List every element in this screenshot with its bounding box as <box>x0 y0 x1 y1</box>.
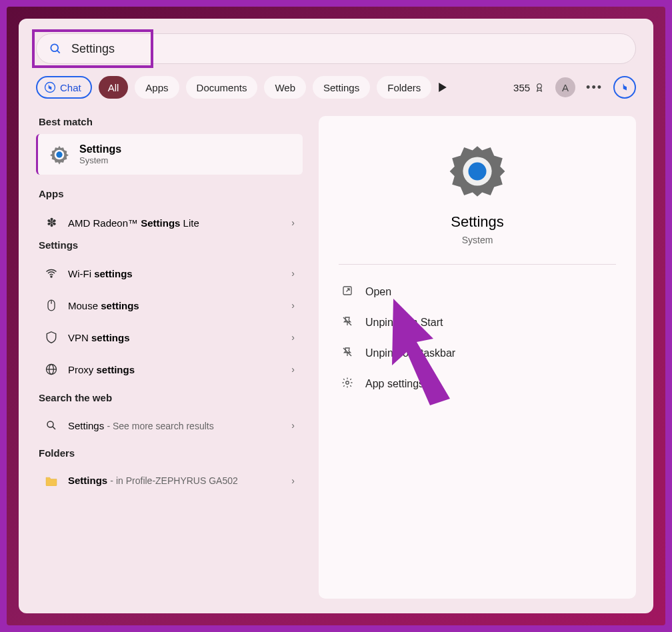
mouse-icon <box>44 299 59 312</box>
svg-point-13 <box>47 421 53 427</box>
bing-icon <box>44 81 56 93</box>
open-icon <box>341 285 355 299</box>
filter-documents[interactable]: Documents <box>186 76 258 99</box>
play-icon[interactable] <box>438 81 450 93</box>
filter-chat[interactable]: Chat <box>36 76 92 99</box>
section-apps: Apps <box>39 188 303 199</box>
svg-point-6 <box>56 151 62 157</box>
shield-icon <box>44 331 59 344</box>
more-button[interactable]: ••• <box>586 81 603 95</box>
section-best-match: Best match <box>39 116 303 127</box>
preview-subtitle: System <box>339 235 616 245</box>
filter-row: Chat All Apps Documents Web Settings Fol… <box>36 76 636 99</box>
preview-panel: Settings System Open Unpin from Start Un… <box>319 116 636 599</box>
filter-all[interactable]: All <box>99 76 129 99</box>
setting-mouse[interactable]: Mouse settings › <box>36 289 303 321</box>
chevron-right-icon: › <box>291 300 295 311</box>
bing-chat-button[interactable] <box>613 76 636 99</box>
preview-title: Settings <box>339 213 616 231</box>
wifi-icon <box>44 267 59 280</box>
section-settings: Settings <box>39 239 303 251</box>
action-unpin-taskbar[interactable]: Unpin from taskbar <box>339 338 616 369</box>
chevron-right-icon: › <box>291 420 295 431</box>
medal-icon <box>534 82 545 93</box>
action-unpin-start[interactable]: Unpin from Start <box>339 307 616 338</box>
gear-icon <box>49 144 70 165</box>
chevron-right-icon: › <box>291 268 295 279</box>
best-match-item[interactable]: Settings System <box>36 134 303 175</box>
globe-icon <box>44 363 59 376</box>
amd-icon: ✽ <box>44 215 59 230</box>
folder-result-settings[interactable]: Settings - in Profile-ZEPHYRUS GA502 › <box>36 465 303 495</box>
bing-icon <box>619 81 631 93</box>
unpin-icon <box>341 346 355 361</box>
best-match-title: Settings <box>79 143 121 155</box>
setting-vpn[interactable]: VPN settings › <box>36 321 303 353</box>
action-app-settings[interactable]: App settings <box>339 369 616 399</box>
gear-icon <box>341 377 355 391</box>
unpin-icon <box>341 315 355 330</box>
results-column: Best match Settings System Apps ✽ AMD Ra… <box>36 116 303 599</box>
action-open[interactable]: Open <box>339 277 616 307</box>
divider <box>339 264 616 265</box>
svg-point-3 <box>537 84 542 89</box>
section-folders: Folders <box>39 447 303 459</box>
svg-point-22 <box>346 381 349 385</box>
search-icon <box>44 419 59 431</box>
filter-web[interactable]: Web <box>264 76 306 99</box>
app-result-amd[interactable]: ✽ AMD Radeon™ Settings Lite › <box>36 206 303 239</box>
chevron-right-icon: › <box>291 475 295 486</box>
folder-icon <box>44 475 59 486</box>
best-match-subtitle: System <box>79 155 121 165</box>
preview-app-icon <box>339 141 616 201</box>
filter-folders[interactable]: Folders <box>377 76 431 99</box>
rewards-points[interactable]: 355 <box>513 82 545 93</box>
svg-point-16 <box>469 163 487 181</box>
annotation-highlight <box>32 29 153 68</box>
chevron-right-icon: › <box>291 332 295 343</box>
svg-point-7 <box>51 276 52 277</box>
search-window: Settings Chat All Apps Documents Web Set… <box>19 19 653 613</box>
user-avatar[interactable]: A <box>555 77 575 97</box>
svg-line-14 <box>53 427 55 429</box>
setting-proxy[interactable]: Proxy settings › <box>36 353 303 385</box>
chevron-right-icon: › <box>291 364 295 375</box>
setting-wifi[interactable]: Wi-Fi settings › <box>36 257 303 289</box>
filter-apps[interactable]: Apps <box>135 76 179 99</box>
section-search-web: Search the web <box>39 392 303 403</box>
filter-settings[interactable]: Settings <box>313 76 370 99</box>
search-bar-container: Settings <box>36 33 636 64</box>
web-result-settings[interactable]: Settings - See more search results › <box>36 410 303 441</box>
chevron-right-icon: › <box>291 217 295 228</box>
